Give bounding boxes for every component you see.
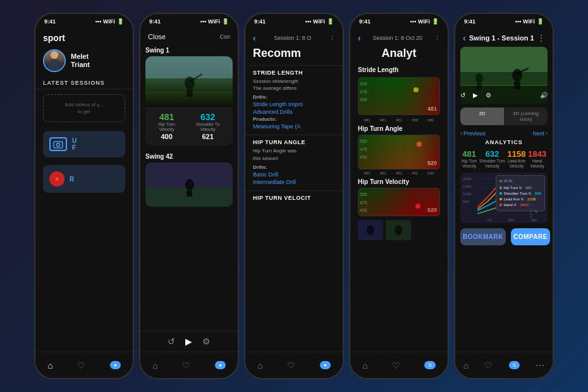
tooltip-dot-hand: [499, 204, 502, 206]
swing1-card[interactable]: 481 Hip TurnVelocity 400 632 Shoulder Tu…: [145, 56, 233, 145]
replay-ctrl[interactable]: ↺: [460, 92, 465, 99]
compare-button[interactable]: COMPARE: [511, 228, 550, 245]
status-icons-1: ▪▪▪ WiFi 🔋: [95, 18, 125, 25]
product-link[interactable]: Measuring Tape (A: [253, 123, 335, 130]
stat-lead-arm-lbl: Lead ArmVelocity: [508, 159, 526, 169]
status-bar-3: 9:41 ▪▪▪ WiFi 🔋: [245, 14, 343, 29]
more-icon-5[interactable]: ⋮: [537, 34, 545, 42]
thumb-1[interactable]: [358, 220, 383, 240]
record-btn[interactable]: R: [43, 165, 125, 193]
home-icon-3: ⌂: [257, 360, 262, 371]
svg-point-38: [512, 69, 522, 82]
nav2-record[interactable]: ●: [215, 361, 226, 369]
settings-icon[interactable]: ⚙: [202, 336, 211, 346]
p4-title: Analyt: [350, 47, 448, 64]
settings-ctrl[interactable]: ⚙: [486, 92, 491, 99]
nav4-bookmark[interactable]: ♡: [392, 360, 400, 371]
phone-5-nav: ⌂ ♡ S ⋯: [455, 352, 553, 378]
tab-3d[interactable]: 3D (coming soon): [504, 107, 548, 125]
intermediate-drill-link[interactable]: Intermediate Drill: [253, 179, 335, 185]
replay-icon[interactable]: ↺: [168, 336, 175, 346]
swing42-image: [145, 162, 233, 207]
bookmark-icon-3: ♡: [287, 360, 295, 371]
home-icon-5: ⌂: [463, 360, 469, 371]
hip-turn-value: 481: [158, 112, 175, 122]
time-3: 9:41: [254, 18, 266, 25]
hip-turn-angle-text: Hip Turn Angle was this sesion!: [253, 147, 335, 161]
nav3-bookmark[interactable]: ♡: [287, 360, 295, 371]
stride-length-section: STRIDE LENGTH Session stridelength The a…: [245, 65, 343, 135]
p2-background: Close Con Swing 1: [140, 29, 238, 352]
back-arrow-5[interactable]: ‹: [463, 33, 466, 43]
analytics-stats-row: 481 Hip TurnVelocity 632 Shoulder TurnVe…: [455, 147, 553, 171]
tooltip-dot-hip: [499, 187, 502, 189]
latest-sessions-label: LATEST SESSIONS: [35, 77, 133, 89]
play-icon[interactable]: ▶: [185, 336, 192, 346]
products-label: Products:: [253, 116, 335, 122]
avatar-inner: [44, 51, 64, 71]
basic-drill-link[interactable]: Basic Drill: [253, 171, 335, 178]
nav5-home[interactable]: ⌂: [463, 360, 469, 371]
nav3-record[interactable]: ●: [320, 361, 331, 369]
hip-turn-num: 400: [158, 133, 175, 140]
p3-background: ‹ Session 1: 8 O ⋮ Recomm STRIDE LENGTH …: [245, 29, 343, 352]
chart-labels-1: 481 481 481 450 481: [350, 118, 448, 123]
graph-tooltip: at 15.3s Hip Turn V. 481 Shoulder Turn V…: [496, 175, 546, 211]
bookmark-icon-5: ♡: [484, 360, 493, 371]
hip-turn-angle-chart-label: Hip Turn Angle: [350, 123, 448, 133]
phone-3: 9:41 ▪▪▪ WiFi 🔋 ‹ Session 1: 8 O ⋮ Recom…: [244, 13, 344, 379]
back-arrow-4[interactable]: ‹: [358, 33, 361, 43]
play-ctrl[interactable]: ▶: [473, 92, 478, 99]
swing42-title: Swing 42: [140, 150, 238, 162]
svg-rect-15: [187, 190, 192, 197]
svg-point-0: [51, 51, 58, 59]
p5-graph: 2000 1500 1000 500: [460, 173, 548, 223]
swing42-card[interactable]: [145, 162, 233, 207]
add-videos-text: Add videos of y... to get: [49, 101, 119, 115]
nav5-more[interactable]: ⋯: [536, 360, 544, 371]
nav4-home[interactable]: ⌂: [362, 360, 367, 371]
p5-title: Swing 1 - Session 1: [469, 34, 534, 42]
close-btn[interactable]: Close: [148, 33, 166, 40]
svg-point-32: [367, 225, 374, 235]
nav-bookmark[interactable]: ♡: [77, 360, 85, 371]
nav2-bookmark[interactable]: ♡: [182, 360, 190, 371]
status-bar-5: 9:41 ▪▪▪ WiFi 🔋: [455, 14, 553, 29]
dots-icon-5: ⋯: [536, 360, 544, 371]
tab-2d[interactable]: 2D: [460, 107, 504, 125]
volume-ctrl[interactable]: 🔊: [540, 92, 548, 99]
compare-text[interactable]: Con: [219, 34, 230, 40]
bookmark-button[interactable]: BOOKMARK: [460, 228, 506, 245]
tooltip-dot-lead: [499, 198, 502, 200]
svg-rect-36: [460, 47, 548, 72]
p1-background: sport Melet Triant: [35, 29, 133, 352]
upload-btn[interactable]: U F: [43, 131, 125, 157]
svg-point-41: [475, 73, 483, 83]
phone-2-content: Close Con Swing 1: [140, 29, 238, 352]
video-controls: ↺ ▶ ⚙ 🔊: [460, 86, 548, 104]
stride-length-chart: 500475450 481: [358, 77, 440, 115]
stride-drill-link[interactable]: Stride Length Impro: [253, 101, 335, 107]
more-icon-4[interactable]: ⋮: [434, 35, 440, 41]
stat-shoulder: 632 Shoulder TurnVelocity: [479, 149, 505, 169]
next-btn[interactable]: Next ›: [532, 130, 548, 137]
thumb-2[interactable]: [386, 220, 411, 240]
phone-3-nav: ⌂ ♡ ●: [245, 352, 343, 378]
nav3-home[interactable]: ⌂: [257, 360, 262, 371]
nav-home[interactable]: ⌂: [47, 360, 52, 371]
nav5-record[interactable]: S: [509, 361, 520, 369]
bookmark-icon: ♡: [77, 360, 85, 371]
more-icon-3[interactable]: ⋮: [329, 35, 335, 41]
prev-btn[interactable]: ‹ Previous: [460, 130, 486, 137]
advanced-drill-link[interactable]: Advanced Drills: [253, 109, 335, 115]
nav5-bookmark[interactable]: ♡: [484, 360, 493, 371]
nav4-record[interactable]: S: [424, 361, 435, 369]
tooltip-shoulder: Shoulder Turn V. 632: [499, 191, 542, 197]
nav2-home[interactable]: ⌂: [152, 360, 157, 371]
shoulder-num: 621: [196, 133, 220, 140]
back-arrow-3[interactable]: ‹: [253, 33, 256, 43]
p1-profile-header: Melet Triant: [35, 44, 133, 77]
nav-record[interactable]: ●: [110, 361, 121, 369]
home-icon-2: ⌂: [152, 360, 157, 371]
hip-turn-velocity-chart-label: Hip Turn Velocity: [350, 176, 448, 187]
